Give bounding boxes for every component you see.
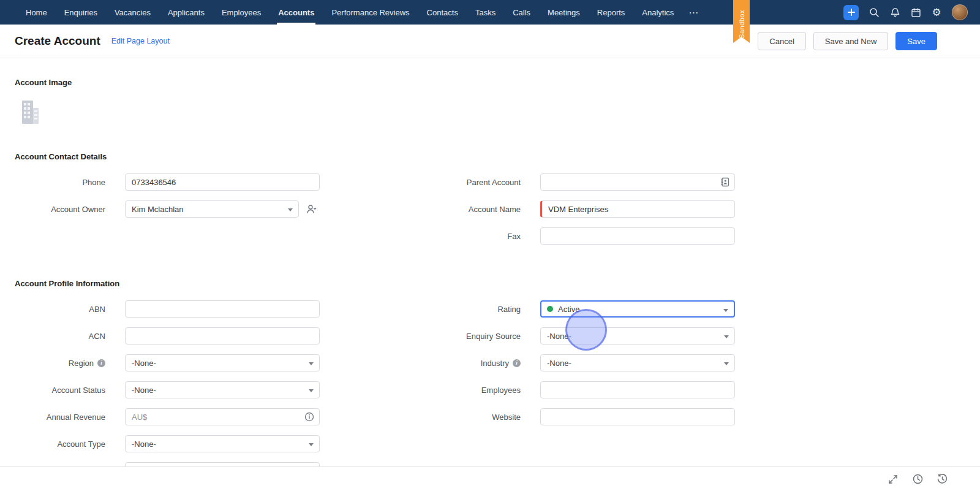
enquiry-source-select[interactable]: -None- xyxy=(540,327,735,344)
save-button[interactable]: Save xyxy=(895,32,937,50)
nav-items: Home Enquiries Vacancies Applicants Empl… xyxy=(17,0,705,25)
nav-item-enquiries[interactable]: Enquiries xyxy=(56,0,106,25)
navbar-right-icons: ⚙ xyxy=(843,4,968,20)
website-input[interactable] xyxy=(540,408,735,425)
nav-item-analytics[interactable]: Analytics xyxy=(633,0,682,25)
annual-revenue-label: Annual Revenue xyxy=(15,413,105,422)
quick-create-button[interactable] xyxy=(843,5,859,20)
nav-item-vacancies[interactable]: Vacancies xyxy=(106,0,159,25)
nav-item-employees[interactable]: Employees xyxy=(213,0,270,25)
top-navbar: Home Enquiries Vacancies Applicants Empl… xyxy=(0,0,980,25)
page-title: Create Account xyxy=(15,34,100,48)
annual-revenue-input[interactable] xyxy=(152,413,301,422)
industry-select[interactable]: -None- xyxy=(540,354,735,371)
parent-account-label: Parent Account xyxy=(430,178,521,187)
nav-item-reports[interactable]: Reports xyxy=(589,0,634,25)
chevron-down-icon xyxy=(288,208,293,211)
enquiry-source-label: Enquiry Source xyxy=(430,332,521,341)
nav-item-accounts[interactable]: Accounts xyxy=(270,0,323,25)
footer-bar xyxy=(0,466,980,491)
account-status-label: Account Status xyxy=(15,386,105,395)
nav-item-tasks[interactable]: Tasks xyxy=(467,0,504,25)
employees-label: Employees xyxy=(430,386,521,395)
account-name-row: Account Name xyxy=(430,200,735,218)
website-label: Website xyxy=(430,413,521,422)
account-name-label: Account Name xyxy=(430,205,521,214)
account-status-row: Account Status -None- xyxy=(15,381,320,398)
form-content: Account Image Account Contact Details Ph… xyxy=(0,78,980,489)
edit-page-layout-link[interactable]: Edit Page Layout xyxy=(111,37,170,45)
user-avatar[interactable] xyxy=(952,4,968,20)
account-status-select[interactable]: -None- xyxy=(125,381,320,398)
lookup-book-icon[interactable] xyxy=(720,177,730,187)
region-select[interactable]: -None- xyxy=(125,354,320,371)
industry-label: Industry i xyxy=(430,359,521,368)
phone-label: Phone xyxy=(15,178,105,187)
region-label: Region i xyxy=(15,359,105,368)
nav-item-performance-reviews[interactable]: Performance Reviews xyxy=(323,0,418,25)
phone-input[interactable] xyxy=(125,173,320,191)
notifications-bell-icon[interactable] xyxy=(889,7,900,18)
sandbox-ribbon-label: Sandbox xyxy=(738,5,745,39)
info-circle-icon[interactable] xyxy=(304,412,314,422)
account-name-input[interactable] xyxy=(540,200,735,218)
enquiry-source-row: Enquiry Source -None- xyxy=(430,327,735,344)
nav-item-applicants[interactable]: Applicants xyxy=(159,0,213,25)
cancel-button[interactable]: Cancel xyxy=(758,32,805,50)
chevron-down-icon xyxy=(309,443,314,446)
nav-item-meetings[interactable]: Meetings xyxy=(539,0,589,25)
abn-input[interactable] xyxy=(125,300,320,318)
annual-revenue-row: Annual Revenue AU$ xyxy=(15,408,320,425)
info-icon[interactable]: i xyxy=(97,359,105,367)
search-icon[interactable] xyxy=(869,7,880,18)
page-header: Create Account Edit Page Layout Cancel S… xyxy=(0,25,980,58)
acn-label: ACN xyxy=(15,332,105,341)
industry-label-text: Industry xyxy=(481,359,509,368)
info-icon[interactable]: i xyxy=(513,359,521,367)
nav-item-contacts[interactable]: Contacts xyxy=(418,0,467,25)
sandbox-ribbon: Sandbox xyxy=(733,0,750,43)
account-type-label: Account Type xyxy=(15,440,105,449)
resize-expand-icon[interactable] xyxy=(887,473,899,485)
parent-account-input[interactable] xyxy=(540,173,735,191)
account-owner-row: Account Owner Kim Mclachlan xyxy=(15,200,320,218)
account-type-select[interactable]: -None- xyxy=(125,435,320,452)
building-icon xyxy=(17,99,42,125)
account-owner-value: Kim Mclachlan xyxy=(132,205,184,214)
phone-row: Phone xyxy=(15,173,320,191)
currency-prefix: AU$ xyxy=(132,413,147,422)
account-type-value: -None- xyxy=(132,440,156,449)
fax-row: Fax xyxy=(430,227,735,245)
nav-more-icon[interactable]: ⋯ xyxy=(682,7,705,18)
chevron-down-icon xyxy=(309,389,314,392)
save-and-new-button[interactable]: Save and New xyxy=(813,32,889,50)
account-owner-select[interactable]: Kim Mclachlan xyxy=(125,200,299,218)
contact-details-grid: Phone Account Owner Kim Mclachlan xyxy=(0,173,980,254)
acn-row: ACN xyxy=(15,327,320,344)
acn-input[interactable] xyxy=(125,327,320,344)
nav-item-home[interactable]: Home xyxy=(17,0,56,25)
chevron-down-icon xyxy=(309,362,314,365)
settings-gear-icon[interactable]: ⚙ xyxy=(931,7,942,18)
website-row: Website xyxy=(430,408,735,425)
calendar-icon[interactable] xyxy=(910,7,921,18)
parent-account-row: Parent Account xyxy=(430,173,735,191)
employees-input[interactable] xyxy=(540,381,735,398)
rating-label: Rating xyxy=(430,305,521,314)
clock-icon[interactable] xyxy=(911,473,924,485)
account-image-placeholder[interactable] xyxy=(17,99,42,125)
history-icon[interactable] xyxy=(936,473,948,485)
chevron-down-icon xyxy=(724,362,729,365)
status-dot-icon xyxy=(547,306,553,312)
fax-input[interactable] xyxy=(540,227,735,245)
nav-item-calls[interactable]: Calls xyxy=(504,0,539,25)
section-title-contact-details: Account Contact Details xyxy=(15,152,980,161)
rating-select[interactable]: Active xyxy=(540,300,735,318)
user-lookup-icon[interactable] xyxy=(304,201,320,217)
fax-label: Fax xyxy=(430,232,521,241)
region-row: Region i -None- xyxy=(15,354,320,371)
rating-value: Active xyxy=(558,305,579,314)
enquiry-source-value: -None- xyxy=(547,332,571,341)
rating-row: Rating Active xyxy=(430,300,735,318)
chevron-down-icon xyxy=(723,309,728,312)
